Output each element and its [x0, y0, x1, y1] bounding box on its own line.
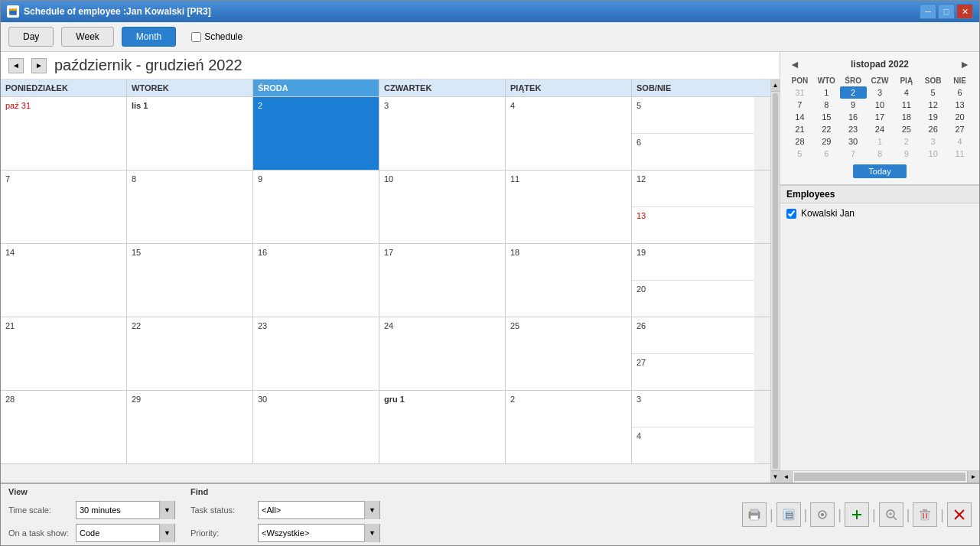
mini-day[interactable]: 10: [867, 99, 894, 111]
right-panel-hscroll[interactable]: ◄ ►: [780, 470, 979, 483]
close-action-button[interactable]: [947, 502, 972, 527]
mini-day[interactable]: 7: [786, 99, 813, 111]
time-scale-dropdown-arrow[interactable]: ▼: [159, 501, 174, 519]
cell-mon-w2[interactable]: 7: [1, 171, 127, 243]
on-task-select[interactable]: Code ▼: [76, 524, 175, 542]
minimize-button[interactable]: ─: [920, 4, 936, 19]
mini-day[interactable]: 27: [946, 123, 973, 135]
mini-day[interactable]: 16: [840, 111, 867, 123]
task-status-dropdown-arrow[interactable]: ▼: [364, 501, 379, 519]
hscroll-left-button[interactable]: ◄: [780, 471, 793, 483]
cell-we-w2[interactable]: 12 13: [632, 171, 754, 243]
scroll-down-button[interactable]: ▼: [771, 470, 780, 483]
mini-day[interactable]: 10: [920, 148, 946, 160]
add-button[interactable]: [845, 502, 869, 527]
cell-thu-w3[interactable]: 17: [379, 244, 506, 317]
mini-day[interactable]: 14: [786, 111, 813, 123]
hscroll-thumb[interactable]: [794, 473, 965, 481]
mini-day[interactable]: 1: [867, 135, 894, 148]
on-task-dropdown-arrow[interactable]: ▼: [159, 524, 174, 542]
tab-day[interactable]: Day: [8, 27, 54, 47]
mini-day[interactable]: 2: [893, 135, 920, 148]
mini-day[interactable]: 11: [893, 99, 920, 111]
mini-day-today[interactable]: 2: [840, 86, 867, 99]
mini-next-button[interactable]: ►: [956, 58, 973, 70]
mini-day[interactable]: 6: [813, 148, 840, 160]
cell-sun-w4[interactable]: 27: [632, 353, 754, 390]
tab-month[interactable]: Month: [122, 27, 176, 47]
cell-sun-w3[interactable]: 20: [632, 280, 754, 317]
cell-wed-w5[interactable]: 30: [253, 391, 379, 463]
hscroll-right-button[interactable]: ►: [967, 471, 979, 483]
schedule-checkbox[interactable]: [191, 32, 201, 42]
cell-tue-w1[interactable]: lis 1: [127, 97, 253, 170]
priority-dropdown-arrow[interactable]: ▼: [364, 524, 379, 542]
cell-thu-w1[interactable]: 3: [379, 97, 506, 170]
cell-mon-w3[interactable]: 14: [1, 244, 127, 317]
cell-tue-w3[interactable]: 15: [127, 244, 253, 317]
settings-button[interactable]: [810, 502, 835, 527]
mini-day[interactable]: 7: [840, 148, 867, 160]
tab-week[interactable]: Week: [61, 27, 113, 47]
mini-day[interactable]: 3: [867, 86, 894, 99]
cell-sat-w2[interactable]: 12: [632, 171, 754, 206]
cell-tue-w4[interactable]: 22: [127, 317, 253, 390]
mini-day[interactable]: 1: [813, 86, 840, 99]
cell-mon-w1[interactable]: paź 31: [1, 97, 127, 170]
mini-day[interactable]: 8: [813, 99, 840, 111]
mini-day[interactable]: 23: [840, 123, 867, 135]
cell-tue-w2[interactable]: 8: [127, 171, 253, 243]
mini-day[interactable]: 28: [786, 135, 813, 148]
vertical-scrollbar[interactable]: ▲ ▼: [770, 80, 780, 483]
mini-day[interactable]: 31: [786, 86, 813, 99]
mini-day[interactable]: 4: [893, 86, 920, 99]
cell-sat-w4[interactable]: 26: [632, 317, 754, 353]
scroll-thumb[interactable]: [773, 93, 778, 469]
cell-fri-w2[interactable]: 11: [506, 171, 632, 243]
cell-wed-w4[interactable]: 23: [253, 317, 379, 390]
cell-sun-w1[interactable]: 6: [632, 133, 754, 170]
mini-prev-button[interactable]: ◄: [786, 58, 803, 70]
mini-day[interactable]: 3: [920, 135, 946, 148]
cell-fri-w3[interactable]: 18: [506, 244, 632, 317]
zoom-button[interactable]: [879, 502, 903, 527]
mini-day[interactable]: 22: [813, 123, 840, 135]
cell-fri-w5[interactable]: 2: [506, 391, 632, 463]
cell-we-w3[interactable]: 19 20: [632, 244, 754, 317]
mini-day[interactable]: 20: [946, 111, 973, 123]
mini-day[interactable]: 9: [893, 148, 920, 160]
cell-thu-w4[interactable]: 24: [379, 317, 506, 390]
employee-checkbox[interactable]: [786, 209, 796, 219]
print-button[interactable]: [742, 502, 767, 527]
mini-day[interactable]: 11: [946, 148, 973, 160]
cell-mon-w5[interactable]: 28: [1, 391, 127, 463]
mini-day[interactable]: 5: [920, 86, 946, 99]
mini-day[interactable]: 9: [840, 99, 867, 111]
mini-day[interactable]: 24: [867, 123, 894, 135]
mini-day[interactable]: 19: [920, 111, 946, 123]
priority-select[interactable]: <Wszystkie> ▼: [258, 524, 380, 542]
mini-day[interactable]: 18: [893, 111, 920, 123]
mini-day[interactable]: 15: [813, 111, 840, 123]
mini-day[interactable]: 29: [813, 135, 840, 148]
cell-we-w1[interactable]: 5 6: [632, 97, 754, 170]
delete-button[interactable]: [913, 502, 937, 527]
cell-thu-w5[interactable]: gru 1: [379, 391, 506, 463]
cell-wed-w1[interactable]: 2: [253, 97, 379, 170]
task-status-select[interactable]: <All> ▼: [258, 501, 380, 519]
prev-arrow[interactable]: ◄: [8, 58, 24, 73]
close-button[interactable]: ✕: [956, 4, 973, 19]
mini-day[interactable]: 5: [786, 148, 813, 160]
cell-sat-w5[interactable]: 3: [632, 391, 754, 427]
mini-day[interactable]: 12: [920, 99, 946, 111]
cell-we-w5[interactable]: 3 4: [632, 391, 754, 463]
cell-wed-w2[interactable]: 9: [253, 171, 379, 243]
today-button[interactable]: Today: [853, 164, 906, 178]
mini-day[interactable]: 17: [867, 111, 894, 123]
maximize-button[interactable]: □: [938, 4, 955, 19]
cell-mon-w4[interactable]: 21: [1, 317, 127, 390]
mini-day[interactable]: 26: [920, 123, 946, 135]
cell-sun-w2[interactable]: 13: [632, 206, 754, 243]
mini-day[interactable]: 4: [946, 135, 973, 148]
cell-sat-w1[interactable]: 5: [632, 97, 754, 133]
